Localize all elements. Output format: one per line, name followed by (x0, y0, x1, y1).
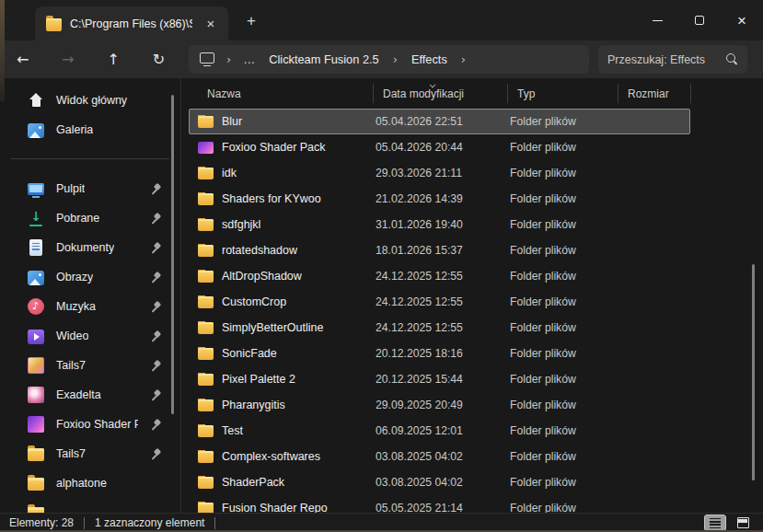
sidebar-item[interactable]: Foxioo Shader Pack (15, 410, 169, 439)
breadcrumb-effects[interactable]: Effects (406, 51, 453, 68)
sidebar-item[interactable]: Tails7 (15, 439, 169, 468)
file-name: AltDropShadow (222, 270, 302, 283)
chevron-right-icon[interactable]: › (457, 52, 470, 66)
chevron-right-icon[interactable]: › (222, 52, 236, 66)
sidebar-item-label: Pobrane (56, 212, 99, 225)
sidebar-item-label: Tails7 (56, 447, 86, 460)
sidebar-scrollbar[interactable] (171, 95, 174, 414)
breadcrumb-clickteam[interactable]: Clickteam Fusion 2.5 (263, 51, 384, 68)
column-header-size[interactable]: Rozmiar (618, 78, 690, 109)
file-modified-date: 06.09.2025 12:01 (366, 424, 501, 437)
sidebar-item[interactable] (15, 498, 169, 513)
file-row[interactable]: Fusion Shader Repo 05.05.2025 21:14 Fold… (189, 495, 690, 513)
column-divider[interactable] (373, 84, 374, 103)
sidebar-item[interactable]: Pobrane (15, 203, 169, 233)
file-row[interactable]: Blur 05.04.2026 22:51 Folder plików (189, 109, 690, 134)
sidebar-item-icon (28, 271, 44, 285)
folder-icon (198, 142, 214, 154)
thumbnails-view-icon (737, 517, 749, 528)
column-divider[interactable] (507, 84, 508, 103)
file-modified-date: 05.04.2026 20:44 (366, 141, 501, 154)
search-icon[interactable] (726, 53, 738, 65)
address-bar[interactable]: › … Clickteam Fusion 2.5 › Effects › (189, 45, 589, 74)
file-type: Folder plików (501, 424, 611, 437)
file-modified-date: 24.12.2025 12:55 (366, 270, 501, 283)
sidebar-item[interactable]: Muzyka (15, 292, 169, 321)
file-row[interactable]: SonicFade 20.12.2025 18:16 Folder plików (189, 341, 690, 366)
status-divider (214, 517, 215, 529)
maximize-button[interactable] (678, 0, 721, 40)
file-row[interactable]: sdfghjkl 31.01.2026 19:40 Folder plików (189, 212, 690, 237)
file-row[interactable]: Shaders for KYwoo 21.02.2026 14:39 Folde… (189, 186, 690, 212)
file-name: Fusion Shader Repo (222, 502, 328, 513)
refresh-button[interactable]: ↻ (144, 46, 173, 74)
sidebar-item[interactable]: Widok główny (15, 86, 169, 115)
file-modified-date: 24.12.2025 12:55 (366, 321, 501, 334)
file-row[interactable]: Test 06.09.2025 12:01 Folder plików (189, 418, 690, 444)
tab-close-icon[interactable]: × (201, 14, 221, 34)
column-header-modified[interactable]: Data modyfikacji (373, 78, 507, 109)
pin-icon (150, 301, 162, 313)
forward-button[interactable]: → (53, 46, 83, 74)
column-header-size-label: Rozmiar (628, 87, 669, 100)
file-row[interactable]: AltDropShadow 24.12.2025 12:55 Folder pl… (189, 263, 690, 289)
sidebar-item-label: Exadelta (56, 388, 101, 401)
this-pc-icon[interactable] (200, 52, 214, 64)
file-name: SonicFade (222, 347, 277, 360)
file-list-scrollbar[interactable] (752, 264, 755, 480)
sidebar-item-icon (28, 448, 44, 461)
file-row[interactable]: Foxioo Shader Pack 05.04.2026 20:44 Fold… (189, 134, 690, 160)
folder-icon (198, 348, 214, 360)
explorer-tab[interactable]: C:\Program Files (x86)\Steam\ × (35, 6, 228, 40)
pin-icon (150, 242, 162, 254)
sidebar-item[interactable]: alphatone (15, 468, 169, 498)
file-name-cell: sdfghjkl (190, 218, 366, 231)
file-name: Complex-softwares (222, 450, 320, 463)
breadcrumb-overflow-button[interactable]: … (239, 52, 260, 66)
file-modified-date: 24.12.2025 12:55 (366, 295, 501, 308)
window-controls: × (636, 0, 763, 40)
column-header-type[interactable]: Typ (507, 78, 618, 109)
file-row[interactable]: Complex-softwares 03.08.2025 04:02 Folde… (189, 444, 690, 469)
search-box[interactable]: Przeszukaj: Effects (598, 45, 747, 74)
file-modified-date: 03.08.2025 04:02 (366, 450, 501, 463)
file-row[interactable]: rotatedshadow 18.01.2026 15:37 Folder pl… (189, 237, 690, 263)
new-tab-button[interactable]: + (239, 9, 263, 33)
file-name: Pharanygitis (222, 399, 285, 411)
folder-icon (198, 271, 214, 283)
folder-icon (198, 296, 214, 308)
folder-icon (198, 193, 214, 205)
back-button[interactable]: ← (8, 46, 38, 74)
chevron-right-icon[interactable]: › (388, 52, 402, 66)
file-modified-date: 20.12.2025 18:16 (366, 347, 501, 360)
file-row[interactable]: idk 29.03.2026 21:11 Folder plików (189, 160, 690, 186)
minimize-button[interactable] (636, 0, 678, 40)
sidebar-item[interactable]: Galeria (15, 115, 169, 145)
pin-icon (150, 389, 162, 401)
file-row[interactable]: ShaderPack 03.08.2025 04:02 Folder plikó… (189, 469, 690, 495)
sidebar-item[interactable]: Wideo (15, 321, 169, 351)
column-divider[interactable] (690, 84, 691, 103)
file-modified-date: 29.09.2025 20:49 (366, 399, 501, 411)
sidebar-item[interactable]: Dokumenty (15, 233, 169, 262)
sidebar-item[interactable]: Obrazy (15, 262, 169, 292)
status-divider (84, 517, 85, 529)
column-header-name[interactable]: Nazwa (181, 78, 373, 109)
file-row[interactable]: SimplyBetterOutline 24.12.2025 12:55 Fol… (189, 315, 690, 341)
sidebar-item[interactable]: Pulpit (15, 174, 169, 203)
sidebar-item[interactable]: Exadelta (15, 380, 169, 410)
folder-icon (198, 477, 214, 489)
folder-icon (198, 399, 214, 411)
file-row[interactable]: Pharanygitis 29.09.2025 20:49 Folder pli… (189, 392, 690, 418)
close-button[interactable]: × (721, 0, 763, 40)
main-content: Widok główny Galeria Pulpit Pobrane (0, 78, 763, 513)
sidebar-item-icon (29, 239, 42, 256)
sidebar-item[interactable]: Tails7 (15, 351, 169, 380)
folder-icon (198, 503, 214, 514)
column-divider[interactable] (618, 84, 618, 103)
file-row[interactable]: Pixel Palette 2 20.12.2025 15:44 Folder … (189, 366, 690, 392)
file-row[interactable]: CustomCrop 24.12.2025 12:55 Folder plikó… (189, 289, 690, 315)
details-view-button[interactable] (704, 515, 726, 531)
up-button[interactable]: ↑ (98, 46, 128, 74)
thumbnails-view-button[interactable] (732, 515, 754, 531)
